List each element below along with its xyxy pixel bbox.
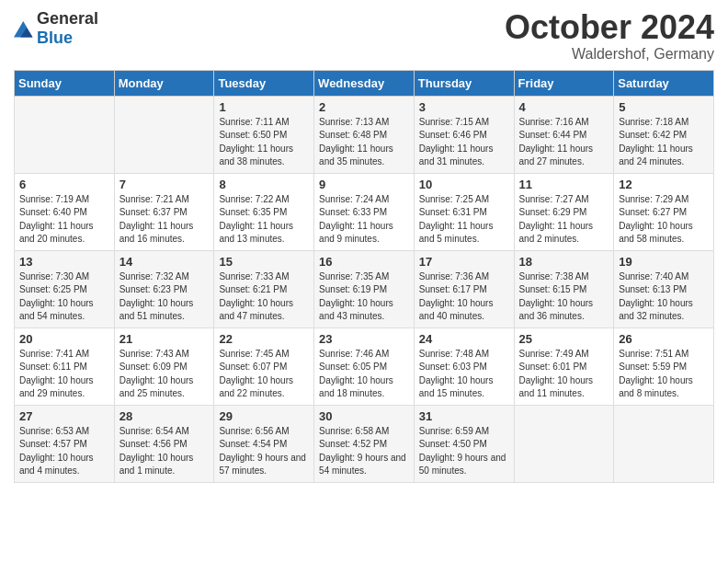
calendar-week-row: 13Sunrise: 7:30 AM Sunset: 6:25 PM Dayli… (15, 250, 714, 327)
day-info: Sunrise: 7:13 AM Sunset: 6:48 PM Dayligh… (319, 116, 409, 169)
day-number: 31 (419, 409, 509, 423)
calendar-cell: 6Sunrise: 7:19 AM Sunset: 6:40 PM Daylig… (15, 173, 115, 250)
calendar-cell: 9Sunrise: 7:24 AM Sunset: 6:33 PM Daylig… (314, 173, 415, 250)
day-info: Sunrise: 7:29 AM Sunset: 6:27 PM Dayligh… (619, 193, 709, 247)
weekday-header-saturday: Saturday (614, 70, 714, 96)
day-number: 4 (519, 100, 609, 114)
calendar-cell (114, 96, 214, 173)
calendar-cell: 20Sunrise: 7:41 AM Sunset: 6:11 PM Dayli… (15, 327, 115, 405)
day-number: 19 (619, 255, 709, 269)
day-number: 29 (219, 409, 309, 423)
calendar-cell: 7Sunrise: 7:21 AM Sunset: 6:37 PM Daylig… (114, 173, 214, 250)
day-number: 10 (419, 178, 509, 191)
day-info: Sunrise: 7:30 AM Sunset: 6:25 PM Dayligh… (19, 270, 109, 324)
weekday-header-row: SundayMondayTuesdayWednesdayThursdayFrid… (15, 70, 714, 96)
calendar-cell (15, 96, 115, 173)
calendar-cell: 11Sunrise: 7:27 AM Sunset: 6:29 PM Dayli… (514, 173, 614, 250)
day-info: Sunrise: 7:16 AM Sunset: 6:44 PM Dayligh… (519, 116, 609, 169)
day-number: 9 (319, 178, 409, 191)
month-title: October 2024 (505, 9, 714, 46)
day-number: 2 (319, 100, 409, 114)
day-info: Sunrise: 7:43 AM Sunset: 6:09 PM Dayligh… (119, 348, 210, 401)
day-number: 17 (419, 255, 509, 269)
calendar-cell: 5Sunrise: 7:18 AM Sunset: 6:42 PM Daylig… (614, 96, 714, 173)
weekday-header-wednesday: Wednesday (314, 70, 415, 96)
calendar-week-row: 27Sunrise: 6:53 AM Sunset: 4:57 PM Dayli… (15, 405, 714, 482)
day-number: 21 (119, 332, 210, 346)
weekday-header-friday: Friday (514, 70, 614, 96)
day-info: Sunrise: 7:51 AM Sunset: 5:59 PM Dayligh… (619, 348, 709, 401)
day-number: 20 (19, 332, 109, 346)
calendar-cell: 25Sunrise: 7:49 AM Sunset: 6:01 PM Dayli… (514, 327, 614, 405)
day-number: 8 (219, 178, 309, 191)
title-area: October 2024 Waldershof, Germany (505, 9, 714, 63)
day-info: Sunrise: 6:59 AM Sunset: 4:50 PM Dayligh… (419, 425, 509, 478)
header: General Blue October 2024 Waldershof, Ge… (14, 9, 714, 63)
calendar-cell (514, 405, 614, 482)
day-info: Sunrise: 7:40 AM Sunset: 6:13 PM Dayligh… (619, 270, 709, 324)
day-info: Sunrise: 7:48 AM Sunset: 6:03 PM Dayligh… (419, 348, 509, 401)
day-info: Sunrise: 7:32 AM Sunset: 6:23 PM Dayligh… (119, 270, 210, 324)
day-info: Sunrise: 7:45 AM Sunset: 6:07 PM Dayligh… (219, 348, 309, 401)
calendar-cell: 8Sunrise: 7:22 AM Sunset: 6:35 PM Daylig… (214, 173, 314, 250)
day-info: Sunrise: 7:22 AM Sunset: 6:35 PM Dayligh… (219, 193, 309, 247)
day-number: 28 (119, 409, 210, 423)
day-info: Sunrise: 7:25 AM Sunset: 6:31 PM Dayligh… (419, 193, 509, 247)
day-number: 14 (119, 255, 210, 269)
day-info: Sunrise: 7:15 AM Sunset: 6:46 PM Dayligh… (419, 116, 509, 169)
day-number: 16 (319, 255, 409, 269)
day-number: 6 (19, 178, 109, 191)
day-number: 11 (519, 178, 609, 191)
day-info: Sunrise: 6:56 AM Sunset: 4:54 PM Dayligh… (219, 425, 309, 478)
calendar-week-row: 1Sunrise: 7:11 AM Sunset: 6:50 PM Daylig… (15, 96, 714, 173)
day-info: Sunrise: 6:58 AM Sunset: 4:52 PM Dayligh… (319, 425, 409, 478)
calendar-cell: 24Sunrise: 7:48 AM Sunset: 6:03 PM Dayli… (414, 327, 514, 405)
calendar-cell: 17Sunrise: 7:36 AM Sunset: 6:17 PM Dayli… (414, 250, 514, 327)
calendar-cell: 16Sunrise: 7:35 AM Sunset: 6:19 PM Dayli… (314, 250, 415, 327)
calendar-cell: 30Sunrise: 6:58 AM Sunset: 4:52 PM Dayli… (314, 405, 415, 482)
calendar-week-row: 6Sunrise: 7:19 AM Sunset: 6:40 PM Daylig… (15, 173, 714, 250)
day-info: Sunrise: 7:35 AM Sunset: 6:19 PM Dayligh… (319, 270, 409, 324)
day-info: Sunrise: 7:41 AM Sunset: 6:11 PM Dayligh… (19, 348, 109, 401)
calendar-cell: 26Sunrise: 7:51 AM Sunset: 5:59 PM Dayli… (614, 327, 714, 405)
calendar-cell: 13Sunrise: 7:30 AM Sunset: 6:25 PM Dayli… (15, 250, 115, 327)
calendar-cell: 3Sunrise: 7:15 AM Sunset: 6:46 PM Daylig… (414, 96, 514, 173)
day-info: Sunrise: 7:36 AM Sunset: 6:17 PM Dayligh… (419, 270, 509, 324)
calendar-table: SundayMondayTuesdayWednesdayThursdayFrid… (14, 70, 714, 483)
weekday-header-thursday: Thursday (414, 70, 514, 96)
day-number: 30 (319, 409, 409, 423)
logo-general: General (37, 9, 98, 28)
calendar-cell: 18Sunrise: 7:38 AM Sunset: 6:15 PM Dayli… (514, 250, 614, 327)
day-info: Sunrise: 7:18 AM Sunset: 6:42 PM Dayligh… (619, 116, 709, 169)
calendar-cell: 19Sunrise: 7:40 AM Sunset: 6:13 PM Dayli… (614, 250, 714, 327)
day-number: 1 (219, 100, 309, 114)
calendar-cell: 4Sunrise: 7:16 AM Sunset: 6:44 PM Daylig… (514, 96, 614, 173)
day-number: 7 (119, 178, 210, 191)
calendar-cell: 31Sunrise: 6:59 AM Sunset: 4:50 PM Dayli… (414, 405, 514, 482)
day-number: 13 (19, 255, 109, 269)
day-number: 12 (619, 178, 709, 191)
day-info: Sunrise: 7:46 AM Sunset: 6:05 PM Dayligh… (319, 348, 409, 401)
day-info: Sunrise: 7:27 AM Sunset: 6:29 PM Dayligh… (519, 193, 609, 247)
weekday-header-monday: Monday (114, 70, 214, 96)
weekday-header-sunday: Sunday (15, 70, 115, 96)
day-number: 5 (619, 100, 709, 114)
day-number: 25 (519, 332, 609, 346)
location-title: Waldershof, Germany (505, 46, 714, 63)
day-info: Sunrise: 7:49 AM Sunset: 6:01 PM Dayligh… (519, 348, 609, 401)
day-number: 23 (319, 332, 409, 346)
day-info: Sunrise: 7:11 AM Sunset: 6:50 PM Dayligh… (219, 116, 309, 169)
calendar-cell: 12Sunrise: 7:29 AM Sunset: 6:27 PM Dayli… (614, 173, 714, 250)
day-number: 24 (419, 332, 509, 346)
logo: General Blue (14, 9, 98, 48)
calendar-cell: 14Sunrise: 7:32 AM Sunset: 6:23 PM Dayli… (114, 250, 214, 327)
day-info: Sunrise: 6:53 AM Sunset: 4:57 PM Dayligh… (19, 425, 109, 478)
calendar-cell (614, 405, 714, 482)
calendar-cell: 10Sunrise: 7:25 AM Sunset: 6:31 PM Dayli… (414, 173, 514, 250)
day-number: 15 (219, 255, 309, 269)
day-info: Sunrise: 7:24 AM Sunset: 6:33 PM Dayligh… (319, 193, 409, 247)
calendar-cell: 23Sunrise: 7:46 AM Sunset: 6:05 PM Dayli… (314, 327, 415, 405)
calendar-cell: 22Sunrise: 7:45 AM Sunset: 6:07 PM Dayli… (214, 327, 314, 405)
day-number: 3 (419, 100, 509, 114)
day-info: Sunrise: 7:33 AM Sunset: 6:21 PM Dayligh… (219, 270, 309, 324)
